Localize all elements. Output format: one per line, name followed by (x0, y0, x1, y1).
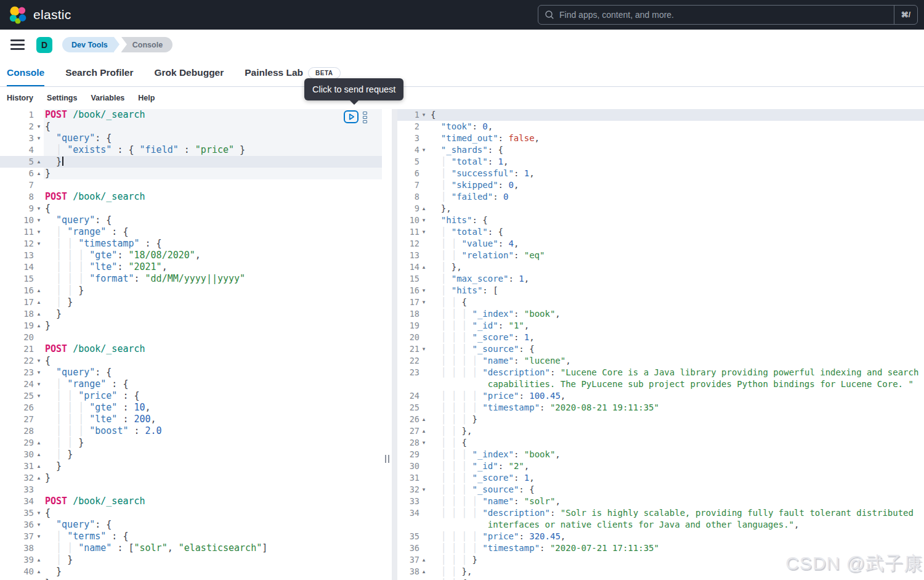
code-text[interactable]: │ │ │ │ "timestamp": "2020-07-21 17:11:3… (428, 542, 924, 554)
code-text[interactable]: capabilities. The PyLucene sub project p… (428, 378, 924, 390)
code-text[interactable]: { (44, 121, 382, 133)
code-line[interactable]: 12▾ │ │ "timestamp" : { (0, 238, 382, 250)
code-text[interactable]: │ } (44, 554, 382, 566)
code-line[interactable]: 40▴ } (0, 566, 382, 578)
code-line[interactable]: 34 │ │ │ │ "description": "Solr is highl… (397, 507, 924, 519)
code-line[interactable]: 11▾ │ "range" : { (0, 226, 382, 238)
code-line[interactable]: 18▴ } (0, 308, 382, 320)
code-line-wrap[interactable]: interfaces or native clients for Java an… (397, 519, 924, 531)
code-text[interactable]: │ │ │ "_source": { (428, 484, 924, 496)
code-line[interactable]: 7 (0, 179, 382, 191)
code-text[interactable]: │ │ │ "gte": "18/08/2020", (44, 250, 382, 261)
tab-search-profiler[interactable]: Search Profiler (65, 60, 133, 86)
code-line[interactable]: 2▾{ (0, 121, 382, 133)
code-text[interactable]: │ │ { (428, 296, 924, 308)
code-line[interactable]: 9▴ }, (397, 203, 924, 214)
fold-toggle-icon[interactable]: ▾ (419, 285, 428, 296)
fold-toggle-icon[interactable]: ▴ (34, 566, 44, 578)
code-line[interactable]: 1POST /book/_search (0, 109, 382, 121)
fold-toggle-icon[interactable]: ▾ (34, 531, 44, 542)
fold-toggle-icon[interactable]: ▾ (419, 214, 428, 226)
code-line[interactable]: 4▾ "_shards": { (397, 144, 924, 156)
fold-toggle-icon[interactable]: ▾ (419, 484, 428, 496)
code-line[interactable]: 16▴ │ │ } (0, 285, 382, 296)
code-line[interactable]: 2 "took": 0, (397, 121, 924, 133)
code-text[interactable]: │ │ │ "_index": "book", (428, 449, 924, 460)
code-text[interactable]: │ │ │ "_source": { (428, 343, 924, 355)
code-line[interactable]: 32▾ │ │ │ "_source": { (397, 484, 924, 496)
menu-item-settings[interactable]: Settings (47, 94, 77, 102)
fold-toggle-icon[interactable]: ▾ (34, 226, 44, 238)
request-editor[interactable]: 1POST /book/_search2▾{3▾ "query": {4 │ "… (0, 109, 382, 580)
fold-toggle-icon[interactable]: ▾ (419, 296, 428, 308)
code-line[interactable]: 13 │ │ │ "gte": "18/08/2020", (0, 250, 382, 261)
code-line[interactable]: 14 │ │ │ "lte": "2021", (0, 261, 382, 273)
fold-toggle-icon[interactable]: ▴ (34, 578, 44, 580)
code-text[interactable]: { (428, 109, 924, 121)
code-text[interactable]: "timed_out": false, (428, 133, 924, 144)
fold-toggle-icon[interactable]: ▾ (419, 343, 428, 355)
code-text[interactable]: │ │ │ "_score": 1, (428, 472, 924, 484)
code-text[interactable]: │ │ │ "gte" : 10, (44, 402, 382, 414)
code-text[interactable] (44, 332, 382, 343)
fold-toggle-icon[interactable]: ▾ (34, 519, 44, 531)
code-line[interactable]: 20 │ │ │ "_score": 1, (397, 332, 924, 343)
code-text[interactable]: "query": { (44, 367, 382, 378)
code-line[interactable]: 11▾ │ "total": { (397, 226, 924, 238)
code-line[interactable]: 36 │ │ │ │ "timestamp": "2020-07-21 17:1… (397, 542, 924, 554)
code-line[interactable]: 18 │ │ │ "_index": "book", (397, 308, 924, 320)
code-line[interactable]: 36▾ "query": { (0, 519, 382, 531)
code-line[interactable]: 8POST /book/_search (0, 191, 382, 203)
fold-toggle-icon[interactable]: ▾ (34, 214, 44, 226)
code-line[interactable]: 38▴ │ │ }, (397, 566, 924, 578)
code-line[interactable]: 17▾ │ │ { (397, 296, 924, 308)
code-line[interactable]: 4 │ "exists" : { "field" : "price" } (0, 144, 382, 156)
code-line[interactable]: 27▴ │ │ }, (397, 425, 924, 437)
code-line[interactable]: 15 │ "max_score": 1, (397, 273, 924, 285)
code-line[interactable]: 3 "timed_out": false, (397, 133, 924, 144)
code-line[interactable]: 22▾{ (0, 355, 382, 367)
code-text[interactable]: "query": { (44, 133, 382, 144)
code-text[interactable]: "took": 0, (428, 121, 924, 133)
code-line[interactable]: 28▾ │ │ { (397, 437, 924, 449)
fold-toggle-icon[interactable]: ▴ (419, 203, 428, 214)
code-line[interactable]: 14▴ │ }, (397, 261, 924, 273)
code-text[interactable]: │ │ │ │ "timestamp": "2020-08-21 19:11:3… (428, 402, 924, 414)
code-line[interactable]: 26▴ │ │ │ } (397, 414, 924, 425)
code-line[interactable]: 21▾ │ │ │ "_source": { (397, 343, 924, 355)
code-text[interactable]: │ │ │ │ "name": "solr", (428, 496, 924, 507)
code-text[interactable]: "hits": { (428, 214, 924, 226)
code-line[interactable]: 19 │ │ │ "_id": "1", (397, 320, 924, 332)
fold-toggle-icon[interactable]: ▾ (34, 355, 44, 367)
code-text[interactable]: │ │ │ "lte": "2021", (44, 261, 382, 273)
fold-toggle-icon[interactable]: ▴ (419, 261, 428, 273)
fold-toggle-icon[interactable]: ▾ (419, 144, 428, 156)
code-text[interactable]: │ │ }, (428, 566, 924, 578)
code-text[interactable] (44, 484, 382, 496)
code-line[interactable]: 16▾ │ "hits": [ (397, 285, 924, 296)
fold-toggle-icon[interactable]: ▴ (419, 414, 428, 425)
code-text[interactable]: POST /book/_search (44, 343, 382, 355)
fold-toggle-icon[interactable]: ▴ (34, 156, 44, 168)
code-text[interactable]: │ "total": 1, (428, 156, 924, 168)
code-text[interactable]: } (44, 156, 382, 168)
code-text[interactable]: │ │ │ "_id": "1", (428, 320, 924, 332)
code-text[interactable]: │ "total": { (428, 226, 924, 238)
code-text[interactable]: POST /book/_search (44, 109, 382, 121)
code-text[interactable]: │ │ │ } (428, 554, 924, 566)
code-text[interactable]: │ │ │ "_score": 1, (428, 332, 924, 343)
code-text[interactable]: │ │ } (44, 437, 382, 449)
code-line[interactable]: 37▾ │ "terms" : { (0, 531, 382, 542)
code-text[interactable]: │ "successful": 1, (428, 168, 924, 179)
code-line[interactable]: 30▴ │ } (0, 449, 382, 460)
menu-item-variables[interactable]: Variables (91, 94, 124, 102)
fold-toggle-icon[interactable]: ▴ (34, 168, 44, 179)
global-search-input[interactable]: Find apps, content, and more. ⌘/ (538, 5, 918, 25)
fold-toggle-icon[interactable]: ▾ (34, 367, 44, 378)
code-text[interactable]: │ "exists" : { "field" : "price" } (44, 144, 382, 156)
code-line[interactable]: 7 │ "skipped": 0, (397, 179, 924, 191)
code-text[interactable]: │ "hits": [ (428, 285, 924, 296)
menu-item-help[interactable]: Help (138, 94, 155, 102)
code-text[interactable]: }, (428, 203, 924, 214)
fold-toggle-icon[interactable]: ▾ (34, 238, 44, 250)
